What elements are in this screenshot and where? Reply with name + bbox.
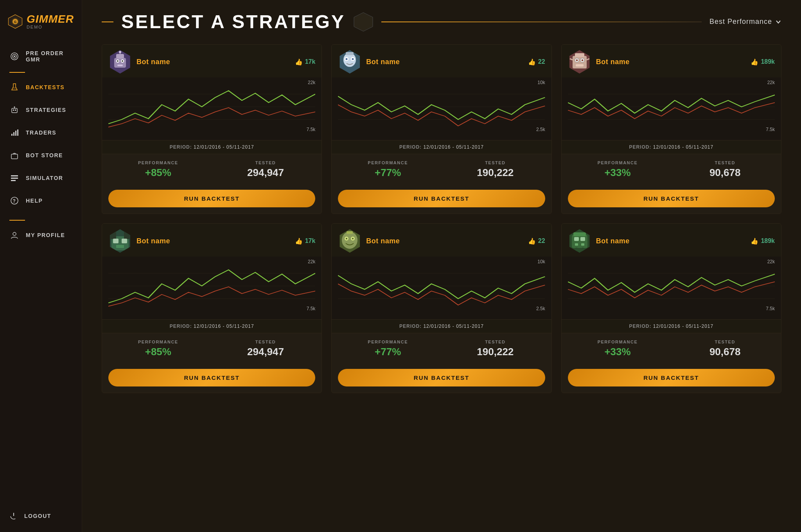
performance-value-1: +85% <box>108 167 208 179</box>
thumbs-up-icon-3: 👍 <box>751 58 758 66</box>
sidebar-item-strategies[interactable]: STRATEGIES <box>0 99 82 121</box>
tested-block-4: TESTED 294,947 <box>216 340 316 358</box>
cards-grid: Bot name 👍 17k 22k 7.5k PERIOD: 12/01/ <box>102 44 781 393</box>
chart-max-1: 22k <box>308 80 315 85</box>
filter-dropdown[interactable]: Best Performance <box>709 18 781 26</box>
bot-name-1: Bot name <box>136 58 170 66</box>
chart-max-3: 22k <box>767 80 775 85</box>
gimmer-logo-icon: G <box>8 11 23 32</box>
page-title: SELECT A STRATEGY <box>121 11 345 32</box>
sidebar-item-traders[interactable]: TRADERS <box>0 121 82 144</box>
flask-icon <box>9 82 20 92</box>
performance-label-4: PERFORMANCE <box>108 340 208 344</box>
bot-avatar-5 <box>338 229 361 253</box>
card-stats-5: PERFORMANCE +77% TESTED 190,222 <box>332 333 551 364</box>
logout-button[interactable]: LOGOUT <box>9 512 72 520</box>
card-bot-info-4: Bot name <box>108 229 170 253</box>
thumbs-up-icon-4: 👍 <box>295 237 303 245</box>
sidebar-item-help[interactable]: ? HELP <box>0 189 82 212</box>
card-header-6: Bot name 👍 189k <box>562 224 781 257</box>
card-stats-3: PERFORMANCE +33% TESTED 90,678 <box>562 154 781 185</box>
performance-value-4: +85% <box>108 346 208 358</box>
likes-count-2: 22 <box>538 58 545 65</box>
card-likes-3: 👍 189k <box>751 58 775 66</box>
bot-avatar-4 <box>108 229 132 253</box>
sidebar-divider-2 <box>9 220 25 221</box>
period-label-6: PERIOD: <box>629 324 653 329</box>
likes-count-1: 17k <box>305 58 316 65</box>
card-likes-6: 👍 189k <box>751 237 775 245</box>
chart-max-4: 22k <box>308 259 315 264</box>
sidebar-label-backtests: BACKTESTS <box>26 84 65 90</box>
sidebar-label-strategies: STRATEGIES <box>26 107 66 113</box>
chart-max-6: 22k <box>767 259 775 264</box>
strategy-card-6: Bot name 👍 189k 22k 7.5k PERIOD: 12/01 <box>561 223 781 393</box>
sidebar-item-simulator[interactable]: SIMULATOR <box>0 167 82 189</box>
sidebar-label-profile: MY PROFILE <box>26 232 65 238</box>
chart-min-6: 7.5k <box>766 306 775 311</box>
bag-icon <box>9 150 20 160</box>
card-bot-info-5: Bot name <box>338 229 400 253</box>
svg-rect-74 <box>347 231 353 234</box>
tested-value-4: 294,947 <box>216 346 316 358</box>
sidebar-item-pre-order[interactable]: PRE ORDER GMR <box>0 44 82 69</box>
chart-icon <box>9 128 20 138</box>
svg-rect-8 <box>12 108 17 113</box>
run-backtest-button-5[interactable]: RUN BACKTEST <box>338 369 545 386</box>
sidebar-item-backtests[interactable]: BACKTESTS <box>0 76 82 99</box>
svg-rect-10 <box>15 110 16 111</box>
tested-label-4: TESTED <box>216 340 316 344</box>
svg-rect-82 <box>575 243 578 246</box>
sidebar-logo: G GIMMER DEMO <box>0 0 82 40</box>
run-backtest-button-4[interactable]: RUN BACKTEST <box>108 369 315 386</box>
performance-block-3: PERFORMANCE +33% <box>568 160 668 179</box>
card-header-2: Bot name 👍 22 <box>332 45 551 77</box>
tested-block-3: TESTED 90,678 <box>675 160 775 179</box>
likes-count-6: 189k <box>761 237 775 244</box>
svg-rect-83 <box>581 243 584 246</box>
svg-marker-26 <box>354 13 373 31</box>
svg-rect-49 <box>575 53 584 57</box>
svg-text:?: ? <box>13 198 16 204</box>
card-stats-4: PERFORMANCE +85% TESTED 294,947 <box>102 333 321 364</box>
period-label-3: PERIOD: <box>629 144 653 150</box>
sidebar-item-bot-store[interactable]: BOT STORE <box>0 144 82 167</box>
sidebar-item-profile[interactable]: MY PROFILE <box>0 224 82 246</box>
performance-value-2: +77% <box>338 167 438 179</box>
power-icon <box>9 512 18 520</box>
run-backtest-button-2[interactable]: RUN BACKTEST <box>338 190 545 207</box>
chart-min-2: 2.5k <box>536 127 545 132</box>
performance-label-5: PERFORMANCE <box>338 340 438 344</box>
tested-label-5: TESTED <box>445 340 545 344</box>
card-chart-3: 22k 7.5k <box>562 77 781 140</box>
svg-point-53 <box>581 59 583 61</box>
performance-block-2: PERFORMANCE +77% <box>338 160 438 179</box>
card-likes-1: 👍 17k <box>295 58 316 66</box>
svg-rect-63 <box>113 239 119 243</box>
card-likes-5: 👍 22 <box>528 237 545 245</box>
main-content: SELECT A STRATEGY Best Performance Bot n… <box>82 0 801 532</box>
svg-point-73 <box>352 238 354 239</box>
performance-block-1: PERFORMANCE +85% <box>108 160 208 179</box>
period-value-2: 12/01/2016 - 05/11-2017 <box>423 144 483 150</box>
run-backtest-button-3[interactable]: RUN BACKTEST <box>568 190 775 207</box>
run-backtest-button-1[interactable]: RUN BACKTEST <box>108 190 315 207</box>
svg-rect-65 <box>116 245 124 248</box>
card-stats-6: PERFORMANCE +33% TESTED 90,678 <box>562 333 781 364</box>
bot-name-5: Bot name <box>366 237 400 245</box>
svg-rect-19 <box>11 178 18 179</box>
thumbs-up-icon-5: 👍 <box>528 237 536 245</box>
chart-svg-5 <box>338 261 545 311</box>
period-value-6: 12/01/2016 - 05/11-2017 <box>653 324 713 329</box>
tested-block-5: TESTED 190,222 <box>445 340 545 358</box>
svg-rect-17 <box>11 154 18 159</box>
svg-rect-13 <box>11 134 13 136</box>
performance-block-6: PERFORMANCE +33% <box>568 340 668 358</box>
svg-point-6 <box>14 56 15 57</box>
tested-value-1: 294,947 <box>216 167 316 179</box>
run-backtest-button-6[interactable]: RUN BACKTEST <box>568 369 775 386</box>
chart-svg-4 <box>108 261 315 311</box>
robot-icon <box>9 105 20 115</box>
svg-rect-20 <box>11 180 16 181</box>
filter-label: Best Performance <box>709 18 772 26</box>
